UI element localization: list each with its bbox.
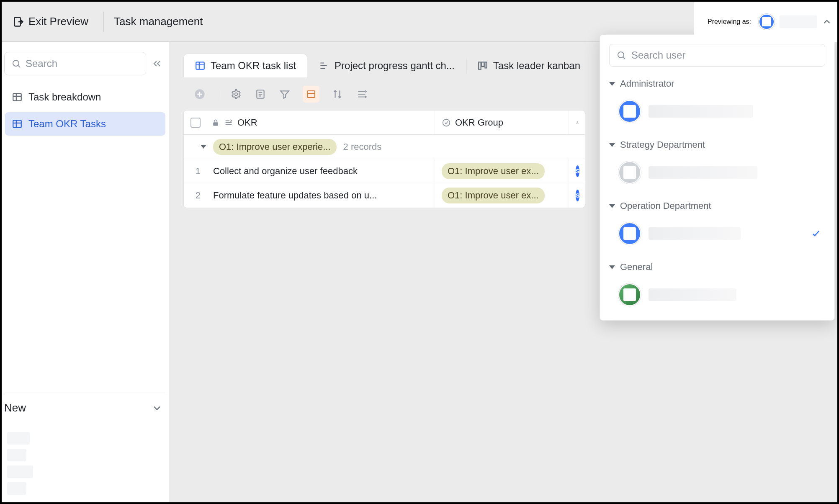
user-name-redacted xyxy=(649,166,757,179)
collapse-sidebar-button[interactable] xyxy=(151,58,163,69)
note-icon xyxy=(255,89,266,100)
select-all-checkbox[interactable] xyxy=(190,118,201,128)
skeleton-line xyxy=(7,465,33,478)
user-group-strategy: Strategy Department xyxy=(609,139,825,189)
avatar xyxy=(618,100,641,123)
user-item[interactable] xyxy=(609,156,825,189)
exit-preview-label: Exit Preview xyxy=(28,15,88,28)
row-height-icon xyxy=(356,89,367,100)
gear-icon xyxy=(231,89,242,100)
row-height-button[interactable] xyxy=(355,88,368,100)
search-placeholder: Search user xyxy=(631,49,685,61)
svg-point-13 xyxy=(443,119,450,126)
group-name: Administrator xyxy=(620,78,674,89)
sidebar-skeleton-list xyxy=(2,424,169,502)
svg-rect-7 xyxy=(485,62,486,68)
row-title: Collect and organize user feedback xyxy=(213,166,358,177)
search-icon xyxy=(616,50,626,60)
page-title: Task management xyxy=(114,15,203,28)
table-group-header[interactable]: O1: Improve user experie... 2 records xyxy=(184,135,585,159)
user-name-redacted xyxy=(780,15,817,28)
preview-as-selector[interactable]: Previewing as: xyxy=(694,2,837,42)
kanban-icon xyxy=(477,60,488,71)
group-name: Operation Department xyxy=(620,201,711,211)
table-row[interactable]: 2Formulate feature updates based on u...… xyxy=(184,183,585,208)
sort-button[interactable] xyxy=(331,88,344,100)
check-icon xyxy=(811,229,821,239)
group-header[interactable]: Strategy Department xyxy=(609,139,825,150)
table-icon xyxy=(195,60,206,71)
chevron-down-icon xyxy=(201,145,206,149)
preview-as-label: Previewing as: xyxy=(708,18,751,26)
new-button[interactable]: New xyxy=(2,393,169,424)
svg-point-1 xyxy=(13,60,19,66)
user-picker-popover: Search user Administrator Strategy Depar… xyxy=(600,34,835,321)
divider xyxy=(103,12,104,32)
chevron-down-icon xyxy=(609,204,615,208)
row-number: 2 xyxy=(190,190,201,201)
group-name: General xyxy=(620,262,653,273)
chevron-up-icon xyxy=(821,16,832,27)
column-label: OKR Group xyxy=(455,117,503,128)
layout-button[interactable] xyxy=(254,88,267,100)
add-button[interactable] xyxy=(193,88,206,100)
column-label: OKR xyxy=(237,117,257,128)
tab-label: Task leader kanban xyxy=(493,60,580,72)
user-item[interactable] xyxy=(609,217,825,250)
group-header[interactable]: General xyxy=(609,262,825,273)
user-search-input[interactable]: Search user xyxy=(609,44,825,67)
sidebar-item-team-okr-tasks[interactable]: Team OKR Tasks xyxy=(5,112,165,136)
chevron-down-icon xyxy=(609,82,615,86)
plus-circle-icon xyxy=(194,88,206,100)
table-row[interactable]: 1Collect and organize user feedback O1: … xyxy=(184,159,585,183)
column-okr-group[interactable]: OKR Group xyxy=(435,111,569,134)
list-group-icon xyxy=(306,89,316,99)
skeleton-line xyxy=(7,482,26,495)
svg-point-15 xyxy=(618,52,624,58)
tab-project-progress-gantt[interactable]: Project progress gantt ch... xyxy=(307,54,466,77)
tab-task-leader-kanban[interactable]: Task leader kanban xyxy=(466,54,592,77)
column-okr[interactable]: OKR xyxy=(184,111,435,134)
user-item[interactable] xyxy=(609,95,825,128)
chevron-down-icon xyxy=(609,265,615,269)
user-name-redacted xyxy=(649,288,736,301)
svg-rect-3 xyxy=(13,120,21,127)
search-input[interactable]: Search xyxy=(4,52,146,75)
filter-icon xyxy=(279,89,290,100)
avatar: S xyxy=(576,165,579,177)
tab-team-okr-task-list[interactable]: Team OKR task list xyxy=(183,54,307,77)
group-pill: O1: Improve user ex... xyxy=(442,163,545,179)
chevron-down-icon xyxy=(151,402,163,414)
text-icon xyxy=(224,118,233,127)
chevron-double-left-icon xyxy=(151,58,163,69)
group-button[interactable] xyxy=(303,86,319,103)
group-header[interactable]: Operation Department xyxy=(609,201,825,211)
user-group-general: General xyxy=(609,262,825,311)
svg-point-9 xyxy=(235,93,238,96)
search-placeholder: Search xyxy=(26,58,57,69)
avatar xyxy=(618,222,641,245)
circle-check-icon xyxy=(442,118,451,127)
skeleton-line xyxy=(7,432,30,445)
svg-rect-6 xyxy=(482,62,484,67)
filter-button[interactable] xyxy=(278,88,291,100)
svg-rect-5 xyxy=(479,62,481,69)
sidebar-item-label: Team OKR Tasks xyxy=(28,118,106,130)
user-name-redacted xyxy=(649,105,753,118)
settings-button[interactable] xyxy=(230,88,242,100)
column-owner[interactable] xyxy=(569,111,585,134)
svg-rect-4 xyxy=(196,62,204,69)
tab-label: Project progress gantt ch... xyxy=(335,60,455,72)
table-icon xyxy=(12,118,23,129)
lock-icon xyxy=(211,118,220,127)
sidebar-item-task-breakdown[interactable]: Task breakdown xyxy=(5,85,165,109)
group-header[interactable]: Administrator xyxy=(609,78,825,89)
exit-preview-button[interactable]: Exit Preview xyxy=(8,15,93,28)
new-label: New xyxy=(4,401,26,414)
tab-label: Team OKR task list xyxy=(211,60,296,72)
avatar: S xyxy=(576,190,579,201)
row-title: Formulate feature updates based on u... xyxy=(213,190,377,201)
person-icon xyxy=(576,118,579,127)
user-item[interactable] xyxy=(609,278,825,311)
user-group-operation: Operation Department xyxy=(609,201,825,250)
